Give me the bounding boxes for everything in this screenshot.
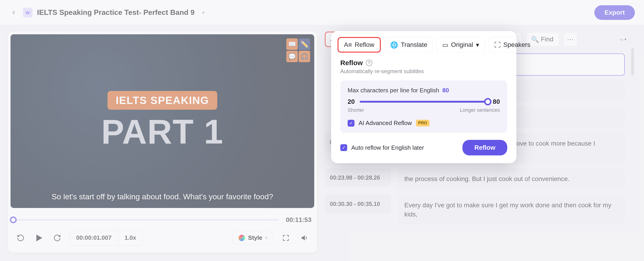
add-tab-button[interactable] xyxy=(199,8,208,17)
auto-reflow-checkbox[interactable]: ✓ xyxy=(340,144,347,151)
app-logo: w xyxy=(23,8,32,17)
video-frame[interactable]: 📖 ✏️ 💬 🎧 IELTS SPEAKING PART 1 So let's … xyxy=(10,34,314,208)
max-chars-value: 80 xyxy=(442,87,449,94)
cc-icon: ▭ xyxy=(442,41,448,49)
auto-reflow-label: Auto reflow for English later xyxy=(351,144,424,151)
volume-button[interactable] xyxy=(298,232,310,244)
video-duration: 00:11:53 xyxy=(286,216,312,224)
video-panel: 📖 ✏️ 💬 🎧 IELTS SPEAKING PART 1 So let's … xyxy=(0,25,325,261)
speakers-icon: ⛶ xyxy=(494,41,500,49)
popover-tab-translate[interactable]: 🌐 Translate xyxy=(384,37,433,52)
back-button[interactable] xyxy=(9,8,18,17)
popover-tab-original[interactable]: ▭ Original ▾ xyxy=(436,37,484,52)
seek-slider[interactable] xyxy=(13,219,279,221)
reflow-settings-card: Max characters per line for English 80 2… xyxy=(340,80,507,133)
subtitle-row[interactable]: 00:23.98 - 00:28.26the process of cookin… xyxy=(325,168,625,190)
popover-tab-row: A≡ Reflow 🌐 Translate ▭ Original ▾ ⛶ Spe… xyxy=(331,31,516,58)
scrollbar-thumb[interactable] xyxy=(631,48,634,75)
popover-tab-translate-label: Translate xyxy=(401,41,428,48)
max-chars-slider[interactable] xyxy=(360,101,488,103)
video-card: 📖 ✏️ 💬 🎧 IELTS SPEAKING PART 1 So let's … xyxy=(8,31,317,253)
subtitle-overlay: So let's start off by talking about food… xyxy=(10,192,314,201)
cc-view-icon: ▭ xyxy=(620,37,623,42)
reflow-popover: A≡ Reflow 🌐 Translate ▭ Original ▾ ⛶ Spe… xyxy=(331,31,516,163)
find-label: Find xyxy=(541,36,553,43)
popover-tab-original-label: Original xyxy=(451,41,473,48)
main-area: 📖 ✏️ 💬 🎧 IELTS SPEAKING PART 1 So let's … xyxy=(0,25,644,261)
slider-min-label: Shorter xyxy=(348,107,364,113)
corner-icon-grid: 📖 ✏️ 💬 🎧 xyxy=(286,38,310,62)
more-icon: ⋯ xyxy=(567,36,574,43)
forward-button[interactable] xyxy=(51,232,63,244)
cc-view-toggle[interactable]: ▭ ▾ xyxy=(616,34,630,44)
more-button[interactable]: ⋯ xyxy=(563,32,578,47)
chevron-down-icon: ▾ xyxy=(624,37,626,42)
subtitle-scrollbar[interactable] xyxy=(631,48,634,261)
pro-badge: PRO xyxy=(416,120,430,126)
ai-reflow-checkbox[interactable]: ✓ xyxy=(348,120,354,127)
book-icon: 📖 xyxy=(286,38,298,50)
popover-title: Reflow xyxy=(340,59,363,67)
subtitle-time[interactable]: 00:23.98 - 00:28.26 xyxy=(325,168,391,187)
playback-speed[interactable]: 1.0x xyxy=(118,230,143,246)
popover-subtitle: Automatically re-segment subtitles xyxy=(340,68,507,74)
help-icon[interactable]: ? xyxy=(366,60,372,66)
subtitle-time[interactable]: 00:30.30 - 00:35.10 xyxy=(325,195,391,213)
slider-min: 20 xyxy=(348,98,355,105)
headphones-icon: 🎧 xyxy=(299,51,310,62)
popover-tab-reflow[interactable]: A≡ Reflow xyxy=(338,37,381,52)
chevron-down-icon: ▾ xyxy=(476,41,479,49)
style-label: Style xyxy=(248,234,262,241)
slider-knob[interactable] xyxy=(484,98,492,105)
reflow-icon: A≡ xyxy=(344,41,352,48)
style-swatch-icon xyxy=(238,235,245,241)
reflow-submit-button[interactable]: Reflow xyxy=(462,140,507,155)
timecode-box[interactable]: 00:00:01.007 1.0x xyxy=(70,230,143,246)
subtitle-text[interactable]: the process of cooking. But I just cook … xyxy=(398,168,625,190)
max-chars-label: Max characters per line for English xyxy=(348,87,439,94)
page-title: IELTS Speaking Practice Test- Perfect Ba… xyxy=(37,8,194,17)
slider-max-label: Longer sentences xyxy=(460,107,500,113)
chevron-down-icon: ▾ xyxy=(266,236,267,240)
slider-max: 80 xyxy=(493,98,500,105)
seek-thumb[interactable] xyxy=(10,217,17,223)
scrub-row: 00:11:53 xyxy=(10,208,314,228)
export-button[interactable]: Export xyxy=(594,5,635,20)
timecode-value[interactable]: 00:00:01.007 xyxy=(70,230,118,246)
popover-tab-reflow-label: Reflow xyxy=(355,41,374,48)
pencil-icon: ✏️ xyxy=(299,38,310,50)
svg-marker-2 xyxy=(36,235,42,241)
subtitle-text[interactable]: Every day I've got to make sure I get my… xyxy=(398,195,625,225)
video-badge: IELTS SPEAKING xyxy=(108,91,217,110)
ai-reflow-label: AI Advanced Reflow xyxy=(358,120,412,127)
top-bar: w IELTS Speaking Practice Test- Perfect … xyxy=(0,0,644,25)
play-button[interactable] xyxy=(33,232,45,244)
chat-icon: 💬 xyxy=(286,51,298,62)
controls-row: 00:00:01.007 1.0x Style ▾ xyxy=(10,228,314,250)
fullscreen-button[interactable] xyxy=(280,232,292,244)
translate-icon: 🌐 xyxy=(390,41,398,49)
style-menu[interactable]: Style ▾ xyxy=(232,231,274,245)
subtitle-row[interactable]: 00:30.30 - 00:35.10Every day I've got to… xyxy=(325,195,625,225)
popover-tab-speakers[interactable]: ⛶ Speakers xyxy=(488,37,536,52)
video-title: PART 1 xyxy=(101,112,224,152)
popover-tab-speakers-label: Speakers xyxy=(503,41,530,48)
rewind-button[interactable] xyxy=(15,232,26,244)
popover-body: Reflow ? Automatically re-segment subtit… xyxy=(331,58,516,163)
